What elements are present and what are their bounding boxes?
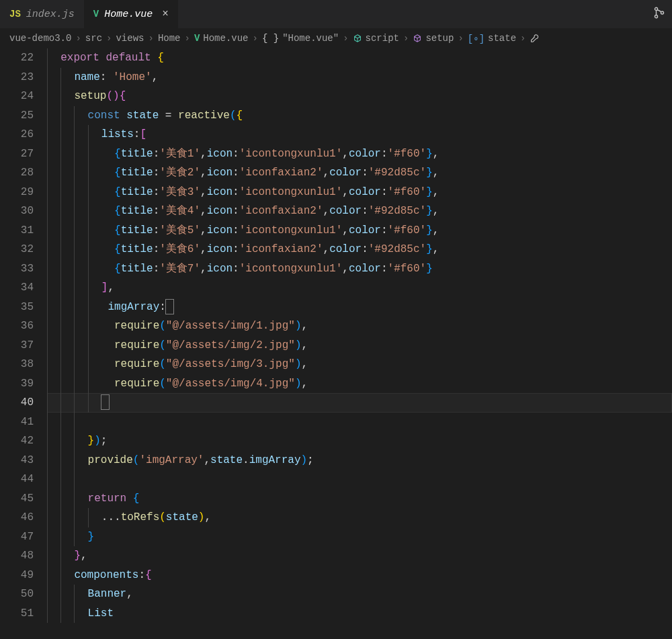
editor-tabs: JS index.js V Home.vue × — [0, 0, 672, 28]
chevron-right-icon: › — [343, 33, 348, 44]
svg-point-1 — [655, 15, 657, 17]
bc-symbol[interactable]: [∘]state — [468, 33, 516, 44]
bc-symbol[interactable] — [530, 34, 539, 43]
wrench-icon — [530, 34, 539, 43]
bc-symbol[interactable]: setup — [413, 33, 454, 44]
chevron-right-icon: › — [458, 33, 463, 44]
chevron-right-icon: › — [184, 33, 190, 44]
tab-label: index.js — [26, 9, 75, 20]
svg-point-0 — [655, 7, 657, 10]
brackets-icon: [∘] — [468, 33, 485, 44]
close-icon[interactable]: × — [162, 8, 169, 20]
bc-symbol[interactable]: { }"Home.vue" — [262, 33, 339, 44]
chevron-right-icon: › — [148, 33, 153, 44]
js-file-icon: JS — [9, 9, 21, 19]
tab-home-vue[interactable]: V Home.vue × — [84, 0, 178, 28]
chevron-right-icon: › — [106, 33, 112, 44]
line-gutter: 2223242526272829303132333435363738394041… — [0, 48, 47, 623]
bc-folder[interactable]: Home — [158, 33, 181, 44]
bc-file[interactable]: VHome.vue — [194, 33, 249, 44]
tab-actions — [653, 0, 665, 28]
code-editor[interactable]: 2223242526272829303132333435363738394041… — [0, 48, 672, 623]
source-control-icon[interactable] — [653, 7, 665, 22]
code-content: export default { name: 'Home', setup(){ … — [47, 48, 672, 623]
braces-icon: { } — [262, 33, 279, 44]
chevron-right-icon: › — [520, 33, 526, 44]
bc-symbol[interactable]: script — [353, 33, 399, 44]
bc-folder[interactable]: views — [116, 33, 144, 44]
breadcrumb: vue-demo3.0 › src › views › Home › VHome… — [0, 28, 672, 48]
tab-label: Home.vue — [104, 9, 153, 20]
bc-folder[interactable]: src — [85, 33, 102, 44]
chevron-right-icon: › — [253, 33, 258, 44]
cube-icon — [413, 34, 422, 43]
chevron-right-icon: › — [75, 33, 81, 44]
bc-folder[interactable]: vue-demo3.0 — [9, 33, 71, 44]
vue-file-icon: V — [93, 9, 99, 19]
chevron-right-icon: › — [403, 33, 409, 44]
vue-file-icon: V — [194, 33, 200, 44]
cube-icon — [353, 34, 362, 43]
tab-index-js[interactable]: JS index.js — [0, 0, 84, 28]
